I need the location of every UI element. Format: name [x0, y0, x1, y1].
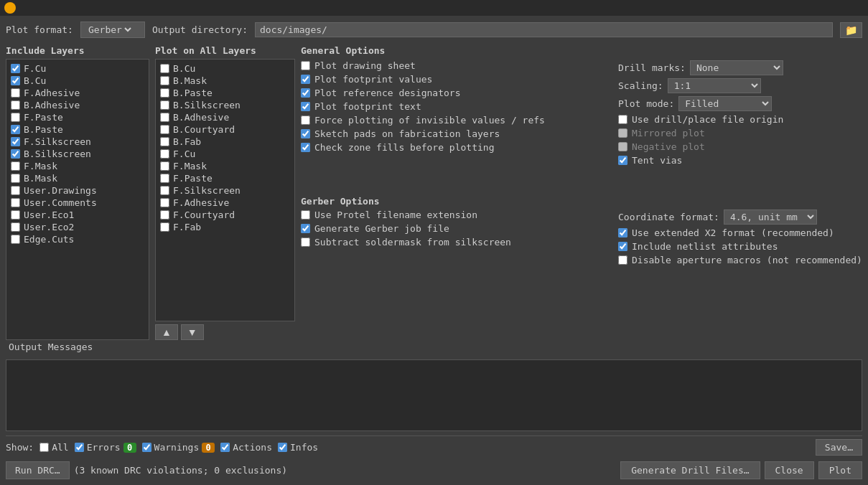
plot-layer-checkbox-5[interactable]	[160, 125, 169, 134]
general-opt-checkbox-0[interactable]	[301, 61, 310, 70]
include-layer-item-7[interactable]: B.Silkscreen	[9, 148, 146, 160]
include-layer-item-0[interactable]: F.Cu	[9, 62, 146, 75]
plot-layer-checkbox-2[interactable]	[160, 88, 169, 98]
output-dir-input[interactable]	[255, 22, 833, 37]
gerber-right-checkbox-2[interactable]	[618, 255, 627, 265]
general-opt-checkbox-6[interactable]	[301, 143, 310, 152]
plot-layer-checkbox-4[interactable]	[160, 113, 169, 122]
plot-layer-item-13[interactable]: F.Fab	[159, 221, 291, 233]
include-layer-item-11[interactable]: User.Comments	[9, 197, 146, 209]
gerber-right-checkbox-0[interactable]	[618, 228, 627, 237]
plot-layer-checkbox-9[interactable]	[160, 174, 169, 183]
plot-layer-checkbox-13[interactable]	[160, 222, 169, 232]
include-layer-item-2[interactable]: F.Adhesive	[9, 87, 146, 99]
plot-layer-item-8[interactable]: F.Mask	[159, 160, 291, 172]
plot-format-dropdown[interactable]: Gerber	[85, 24, 134, 36]
include-layer-checkbox-3[interactable]	[11, 100, 20, 110]
include-layer-checkbox-1[interactable]	[11, 76, 20, 85]
plot-layer-checkbox-3[interactable]	[160, 100, 169, 110]
gerber-right-checkbox-1[interactable]	[618, 242, 627, 251]
close-button[interactable]: Close	[765, 461, 814, 479]
gerber-right-options: Coordinate format:4.6, unit mmUse extend…	[618, 208, 862, 341]
plot-layer-item-6[interactable]: B.Fab	[159, 136, 291, 148]
plot-layer-item-5[interactable]: B.Courtyard	[159, 123, 291, 136]
include-layer-item-13[interactable]: User.Eco2	[9, 221, 146, 233]
plot-layer-checkbox-6[interactable]	[160, 137, 169, 146]
include-layer-checkbox-10[interactable]	[11, 186, 20, 195]
plot-layer-item-1[interactable]: B.Mask	[159, 75, 291, 87]
include-layer-item-5[interactable]: B.Paste	[9, 123, 146, 136]
save-button[interactable]: Save…	[816, 439, 862, 456]
general-right-checkbox-3[interactable]	[618, 156, 627, 165]
general-opt-checkbox-5[interactable]	[301, 129, 310, 138]
scaling-select[interactable]: 1:1	[668, 78, 761, 93]
include-layer-checkbox-7[interactable]	[11, 149, 20, 159]
general-opt-checkbox-3[interactable]	[301, 102, 310, 111]
coord-format-select[interactable]: 4.6, unit mm	[724, 209, 817, 225]
plot-layer-item-4[interactable]: B.Adhesive	[159, 111, 291, 123]
move-up-button[interactable]: ▲	[155, 324, 178, 340]
plot-layer-item-2[interactable]: B.Paste	[159, 87, 291, 99]
generate-drill-button[interactable]: Generate Drill Files…	[620, 461, 760, 479]
include-layer-checkbox-2[interactable]	[11, 88, 20, 98]
include-layer-label-2: F.Adhesive	[24, 88, 80, 98]
plot-layer-item-11[interactable]: F.Adhesive	[159, 197, 291, 209]
include-layer-checkbox-11[interactable]	[11, 198, 20, 207]
show-infos-checkbox[interactable]	[278, 443, 287, 452]
show-errors-checkbox[interactable]	[75, 443, 84, 452]
general-opt-checkbox-4[interactable]	[301, 116, 310, 125]
general-right-checkbox-0[interactable]	[618, 115, 627, 124]
include-layer-item-1[interactable]: B.Cu	[9, 75, 146, 87]
plot-layer-item-0[interactable]: B.Cu	[159, 62, 291, 75]
general-right-checkbox-2	[618, 142, 627, 151]
plot-layer-item-9[interactable]: F.Paste	[159, 172, 291, 184]
plot-layer-checkbox-12[interactable]	[160, 210, 169, 220]
gerber-opt-checkbox-1[interactable]	[301, 224, 310, 233]
include-layer-checkbox-0[interactable]	[11, 64, 20, 73]
show-all-checkbox[interactable]	[39, 443, 49, 452]
plot-layer-checkbox-10[interactable]	[160, 186, 169, 195]
include-layer-checkbox-5[interactable]	[11, 125, 20, 134]
plot-layer-item-12[interactable]: F.Courtyard	[159, 209, 291, 221]
plot-layer-checkbox-8[interactable]	[160, 161, 169, 171]
gerber-opt-checkbox-2[interactable]	[301, 237, 310, 247]
plot-layer-checkbox-0[interactable]	[160, 64, 169, 73]
app-icon	[4, 2, 16, 14]
include-layer-item-4[interactable]: F.Paste	[9, 111, 146, 123]
plot-layer-item-7[interactable]: F.Cu	[159, 148, 291, 160]
include-layer-item-14[interactable]: Edge.Cuts	[9, 233, 146, 245]
plot-layer-item-10[interactable]: F.Silkscreen	[159, 184, 291, 197]
plot-layer-label-2: B.Paste	[173, 88, 213, 98]
include-layer-item-12[interactable]: User.Eco1	[9, 209, 146, 221]
show-warnings-checkbox[interactable]	[142, 443, 151, 452]
browse-folder-button[interactable]: 📁	[840, 22, 862, 38]
include-layer-checkbox-8[interactable]	[11, 161, 20, 171]
include-layer-checkbox-14[interactable]	[11, 235, 20, 244]
include-layer-item-9[interactable]: B.Mask	[9, 172, 146, 184]
run-drc-button[interactable]: Run DRC…	[6, 461, 70, 479]
general-opt-checkbox-1[interactable]	[301, 75, 310, 84]
show-actions-checkbox[interactable]	[220, 443, 230, 452]
general-opt-checkbox-2[interactable]	[301, 88, 310, 98]
plot-layer-checkbox-1[interactable]	[160, 76, 169, 85]
move-down-button[interactable]: ▼	[181, 324, 204, 340]
drill-marks-select[interactable]: None	[690, 60, 783, 75]
plot-layer-checkbox-7[interactable]	[160, 149, 169, 159]
include-layer-item-8[interactable]: F.Mask	[9, 160, 146, 172]
include-layer-checkbox-12[interactable]	[11, 210, 20, 220]
include-layer-label-8: F.Mask	[24, 161, 57, 171]
include-layer-checkbox-6[interactable]	[11, 137, 20, 146]
include-layer-item-3[interactable]: B.Adhesive	[9, 99, 146, 111]
plot-layer-checkbox-11[interactable]	[160, 198, 169, 207]
gerber-options-title: Gerber Options	[301, 196, 862, 207]
plot-mode-select[interactable]: Filled	[678, 96, 772, 111]
include-layer-item-10[interactable]: User.Drawings	[9, 184, 146, 197]
plot-layer-item-3[interactable]: B.Silkscreen	[159, 99, 291, 111]
include-layer-checkbox-9[interactable]	[11, 174, 20, 183]
gerber-opt-checkbox-0[interactable]	[301, 210, 310, 220]
include-layer-item-6[interactable]: F.Silkscreen	[9, 136, 146, 148]
plot-button[interactable]: Plot	[818, 461, 862, 479]
include-layer-checkbox-4[interactable]	[11, 113, 20, 122]
plot-format-select[interactable]: Gerber	[80, 22, 145, 38]
include-layer-checkbox-13[interactable]	[11, 222, 20, 232]
